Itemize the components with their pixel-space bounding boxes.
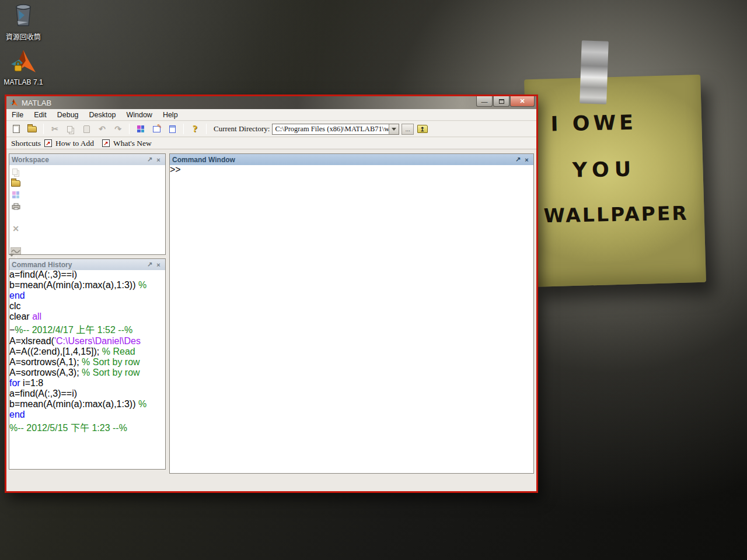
matlab-titlebar[interactable]: MATLAB — ✕ [6,96,536,109]
cut-button[interactable]: ✂ [48,123,61,135]
paste-button[interactable] [80,123,93,135]
chevron-down-icon[interactable] [389,124,399,134]
new-file-button[interactable] [10,123,23,135]
history-line[interactable]: A=A((2:end),[1,4,15]); % Read [9,346,165,357]
undock-icon[interactable]: ↗ [145,261,154,268]
toolbar-separator [129,124,130,134]
command-window-header: Command Window ↗ × [170,154,533,165]
main-toolbar: ✂ ↶ ↷ ? Current Directory: C:\Program Fi… [6,121,536,137]
minimize-button[interactable]: — [476,96,493,107]
menu-debug[interactable]: Debug [52,110,84,120]
shortcuts-bar: Shortcuts ↗ How to Add ↗ What's New [6,138,536,149]
workspace-panel: Workspace ↗ × ✕ ... [9,153,166,255]
history-line[interactable]: end [9,410,165,420]
close-button[interactable]: ✕ [510,96,535,107]
current-directory-value: C:\Program Files (x86)\MATLAB71\work [273,125,389,134]
shortcut-arrow-icon: ↗ [102,139,110,147]
history-line[interactable]: b=mean(A(min(a):max(a),1:3)) % [9,399,165,410]
open-variable-button[interactable] [9,166,22,177]
menu-bar: File Edit Debug Desktop Window Help [6,109,536,121]
history-line[interactable]: A=sortrows(A,1); % Sort by row [9,357,165,368]
tape-graphic [580,40,609,104]
desktop-icon-label: MATLAB 7.1 [4,78,43,86]
undock-icon[interactable]: ↗ [145,156,154,163]
history-line[interactable]: clc [9,301,165,312]
print-button[interactable] [9,201,22,212]
menu-desktop[interactable]: Desktop [84,110,121,120]
toolbar-separator [11,212,12,222]
desktop-icon-recycle-bin[interactable]: 資源回收筒 [1,2,46,41]
menu-file[interactable]: File [6,110,29,120]
command-history-list: for i=1:8a=find(A(:,3)==i)b=mean(A(min(a… [9,259,165,434]
history-line[interactable]: for i=1:8 [9,378,165,388]
guide-button[interactable] [150,123,163,135]
undo-button[interactable]: ↶ [96,123,109,135]
command-window-panel: Command Window ↗ × To get started, selec… [169,153,534,474]
workspace-title: Workspace [12,156,49,164]
history-line[interactable]: a=find(A(:,3)==i) [9,270,165,280]
history-line[interactable]: b=mean(A(min(a):max(a),1:3)) % [9,280,165,290]
shortcut-arrow-icon: ↗ [44,139,52,147]
matlab-logo-icon [9,99,18,107]
history-line[interactable]: clear all [9,312,165,322]
undock-icon[interactable]: ↗ [514,156,522,163]
tree-collapse-icon[interactable]: − [9,325,15,335]
sticky-note-line: WALLPAPER [528,201,704,228]
recycle-bin-icon [1,2,46,30]
toolbar-separator [11,235,12,244]
command-prompt: >> [170,164,181,174]
up-one-directory-button[interactable]: ↥ [416,123,429,135]
current-directory-label: Current Directory: [214,124,270,134]
history-horizontal-scrollbar[interactable] [9,434,165,443]
command-history-title: Command History [12,261,72,269]
command-history-body: for i=1:8a=find(A(:,3)==i)b=mean(A(min(a… [9,259,165,434]
toolbar-separator [183,124,184,134]
history-line[interactable]: a=find(A(:,3)==i) [9,388,165,399]
profiler-button[interactable] [166,123,179,135]
open-file-button[interactable] [26,123,39,135]
help-button[interactable]: ? [189,123,201,135]
desktop-icon-matlab[interactable]: MATLAB 7.1 [1,49,46,86]
history-line[interactable]: A=sortrows(A,3); % Sort by row [9,368,165,378]
command-history-panel: Command History ↗ × for i=1:8a=find(A(:,… [9,258,166,470]
delete-variable-button[interactable]: ✕ [9,223,22,235]
import-data-button[interactable] [9,177,22,189]
matlab-icon [1,49,46,76]
shortcut-whats-new[interactable]: What's New [113,139,152,148]
browse-directory-button[interactable]: ... [402,124,413,135]
history-line[interactable]: A=xlsread('C:\Users\Daniel\Des [9,336,165,346]
shortcut-how-to-add[interactable]: How to Add [55,139,94,148]
shortcuts-label: Shortcuts [11,139,41,148]
menu-window[interactable]: Window [121,110,157,120]
redo-button[interactable]: ↷ [111,123,124,135]
menu-help[interactable]: Help [158,110,183,120]
toolbar-separator [43,124,44,134]
copy-button[interactable] [64,123,77,135]
menu-edit[interactable]: Edit [29,110,52,120]
window-title: MATLAB [22,99,51,107]
command-history-header: Command History ↗ × [9,259,165,270]
matlab-window: MATLAB — ✕ File Edit Debug Desktop Windo… [5,94,538,493]
current-directory-combo[interactable]: C:\Program Files (x86)\MATLAB71\work [272,124,399,135]
close-icon[interactable]: × [154,261,163,268]
save-workspace-button[interactable] [9,189,22,201]
sticky-note-line: YOU [516,156,693,183]
sticky-note: I OWE YOU WALLPAPER [524,75,706,287]
close-icon[interactable]: × [154,156,163,163]
maximize-button[interactable] [493,96,509,107]
desktop-icon-label: 資源回收筒 [6,33,41,41]
history-line[interactable]: end [9,290,165,301]
workspace-panel-header: Workspace ↗ × [9,154,165,165]
command-window-title: Command Window [172,156,235,164]
history-line[interactable]: −%-- 2012/4/17 上午 1:52 --% [9,322,165,336]
simulink-button[interactable] [134,123,147,135]
toolbar-separator [206,124,207,134]
close-icon[interactable]: × [522,156,531,163]
history-line[interactable]: %-- 2012/5/15 下午 1:23 --% [9,420,165,434]
